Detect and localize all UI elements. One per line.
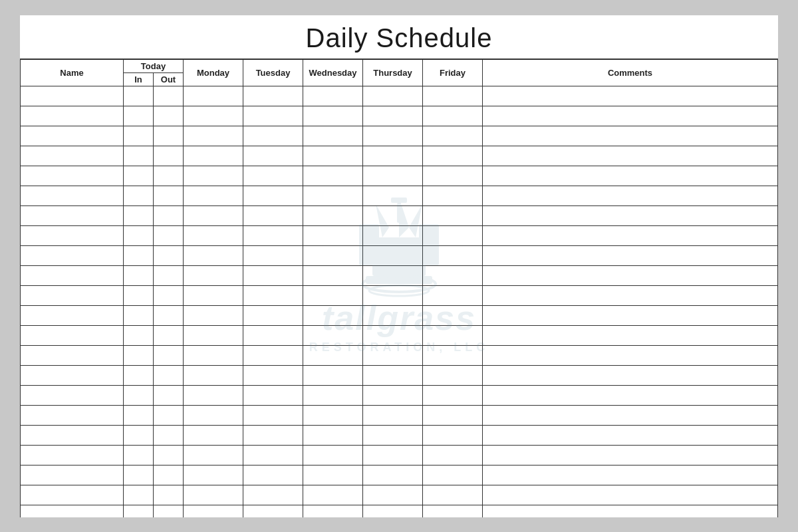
table-cell[interactable] xyxy=(303,325,363,345)
table-cell[interactable] xyxy=(303,425,363,445)
table-row[interactable] xyxy=(21,205,778,225)
table-cell[interactable] xyxy=(124,86,154,106)
table-cell[interactable] xyxy=(303,285,363,305)
table-cell[interactable] xyxy=(423,106,483,126)
table-cell[interactable] xyxy=(363,126,423,146)
table-cell[interactable] xyxy=(124,285,154,305)
table-cell[interactable] xyxy=(154,86,184,106)
table-cell[interactable] xyxy=(21,146,124,166)
table-cell[interactable] xyxy=(124,305,154,325)
table-cell[interactable] xyxy=(21,465,124,485)
table-cell[interactable] xyxy=(154,325,184,345)
table-cell[interactable] xyxy=(21,205,124,225)
table-cell[interactable] xyxy=(243,385,303,405)
table-cell[interactable] xyxy=(483,186,778,205)
table-cell[interactable] xyxy=(303,465,363,485)
table-cell[interactable] xyxy=(184,485,243,505)
table-cell[interactable] xyxy=(124,365,154,385)
table-cell[interactable] xyxy=(21,166,124,186)
table-cell[interactable] xyxy=(154,245,184,265)
table-cell[interactable] xyxy=(423,425,483,445)
table-cell[interactable] xyxy=(154,425,184,445)
table-cell[interactable] xyxy=(154,225,184,245)
table-cell[interactable] xyxy=(184,405,243,425)
table-cell[interactable] xyxy=(423,86,483,106)
table-cell[interactable] xyxy=(154,205,184,225)
table-cell[interactable] xyxy=(124,345,154,365)
table-cell[interactable] xyxy=(483,86,778,106)
table-cell[interactable] xyxy=(423,126,483,146)
table-cell[interactable] xyxy=(303,305,363,325)
table-row[interactable] xyxy=(21,445,778,465)
table-cell[interactable] xyxy=(243,345,303,365)
table-cell[interactable] xyxy=(303,106,363,126)
table-row[interactable] xyxy=(21,146,778,166)
table-cell[interactable] xyxy=(483,205,778,225)
table-cell[interactable] xyxy=(363,166,423,186)
table-cell[interactable] xyxy=(363,265,423,285)
table-cell[interactable] xyxy=(363,445,423,465)
table-cell[interactable] xyxy=(124,505,154,517)
table-cell[interactable] xyxy=(303,505,363,517)
table-cell[interactable] xyxy=(243,305,303,325)
table-row[interactable] xyxy=(21,465,778,485)
table-cell[interactable] xyxy=(423,505,483,517)
table-cell[interactable] xyxy=(124,245,154,265)
table-cell[interactable] xyxy=(423,385,483,405)
table-cell[interactable] xyxy=(21,505,124,517)
table-cell[interactable] xyxy=(483,265,778,285)
table-cell[interactable] xyxy=(423,146,483,166)
table-cell[interactable] xyxy=(303,186,363,205)
table-cell[interactable] xyxy=(154,405,184,425)
table-cell[interactable] xyxy=(423,245,483,265)
table-cell[interactable] xyxy=(423,225,483,245)
table-cell[interactable] xyxy=(184,305,243,325)
table-cell[interactable] xyxy=(303,205,363,225)
table-row[interactable] xyxy=(21,285,778,305)
table-cell[interactable] xyxy=(363,146,423,166)
table-cell[interactable] xyxy=(184,225,243,245)
table-cell[interactable] xyxy=(483,345,778,365)
table-cell[interactable] xyxy=(21,405,124,425)
table-cell[interactable] xyxy=(124,405,154,425)
table-cell[interactable] xyxy=(243,126,303,146)
table-cell[interactable] xyxy=(483,445,778,465)
table-cell[interactable] xyxy=(423,305,483,325)
table-cell[interactable] xyxy=(423,265,483,285)
table-cell[interactable] xyxy=(124,205,154,225)
table-cell[interactable] xyxy=(423,465,483,485)
table-cell[interactable] xyxy=(184,126,243,146)
table-cell[interactable] xyxy=(21,485,124,505)
table-cell[interactable] xyxy=(243,205,303,225)
table-cell[interactable] xyxy=(303,405,363,425)
table-cell[interactable] xyxy=(21,106,124,126)
table-row[interactable] xyxy=(21,345,778,365)
table-cell[interactable] xyxy=(303,126,363,146)
table-cell[interactable] xyxy=(423,405,483,425)
table-cell[interactable] xyxy=(243,186,303,205)
table-cell[interactable] xyxy=(363,225,423,245)
table-cell[interactable] xyxy=(184,186,243,205)
table-cell[interactable] xyxy=(154,265,184,285)
table-cell[interactable] xyxy=(154,445,184,465)
table-cell[interactable] xyxy=(483,365,778,385)
table-cell[interactable] xyxy=(154,106,184,126)
table-cell[interactable] xyxy=(124,186,154,205)
table-cell[interactable] xyxy=(124,225,154,245)
table-cell[interactable] xyxy=(21,305,124,325)
table-cell[interactable] xyxy=(124,385,154,405)
table-cell[interactable] xyxy=(303,345,363,365)
table-cell[interactable] xyxy=(184,425,243,445)
table-cell[interactable] xyxy=(184,325,243,345)
table-cell[interactable] xyxy=(423,166,483,186)
table-cell[interactable] xyxy=(363,305,423,325)
table-cell[interactable] xyxy=(243,485,303,505)
table-cell[interactable] xyxy=(154,385,184,405)
table-cell[interactable] xyxy=(483,385,778,405)
table-row[interactable] xyxy=(21,166,778,186)
table-cell[interactable] xyxy=(21,425,124,445)
table-cell[interactable] xyxy=(184,445,243,465)
table-row[interactable] xyxy=(21,86,778,106)
table-cell[interactable] xyxy=(303,225,363,245)
table-cell[interactable] xyxy=(243,325,303,345)
